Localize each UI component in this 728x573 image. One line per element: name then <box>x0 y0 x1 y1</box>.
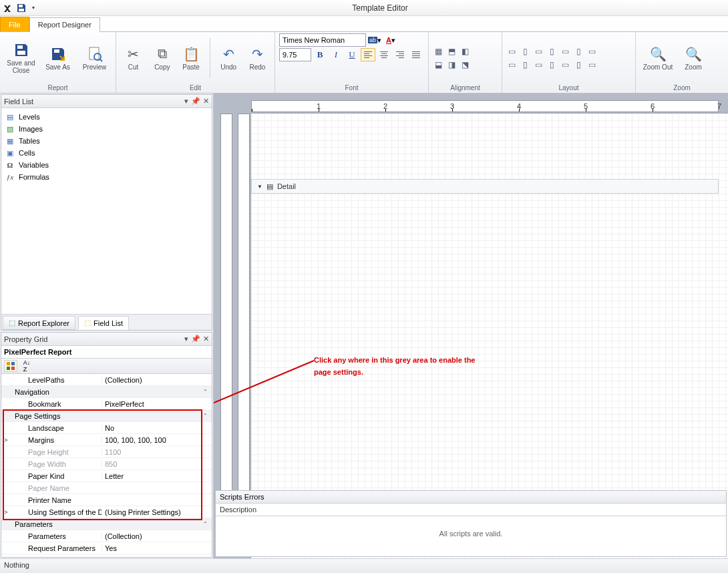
formulas-icon: ƒx <box>5 172 15 182</box>
panel-pin-icon[interactable]: 📌 <box>191 335 200 343</box>
align-grid-button[interactable]: ▦ <box>433 46 443 57</box>
svg-rect-27 <box>11 367 15 370</box>
property-row[interactable]: Page Height1100 <box>1 446 212 458</box>
copy-button[interactable]: ⧉Copy <box>149 34 175 82</box>
align-justify-button[interactable] <box>409 48 423 61</box>
status-bar: Nothing <box>0 558 728 573</box>
svg-rect-11 <box>364 57 369 58</box>
align-v-button[interactable]: ⬔ <box>460 59 470 70</box>
layout-btn-13[interactable]: ▯ <box>573 59 584 70</box>
undo-button[interactable]: ↶Undo <box>216 34 242 82</box>
field-list-item-variables[interactable]: ΩVariables <box>1 159 212 171</box>
align-right-button[interactable] <box>393 48 407 61</box>
field-list-label: Images <box>19 125 43 133</box>
app-icon <box>3 3 13 13</box>
layout-btn-9[interactable]: ▯ <box>520 59 530 70</box>
layout-btn-8[interactable]: ▭ <box>506 59 517 70</box>
save-icon[interactable] <box>16 3 27 13</box>
underline-button[interactable]: U <box>345 48 359 61</box>
field-list-item-tables[interactable]: ▦Tables <box>1 135 212 147</box>
paste-button[interactable]: 📋Paste <box>178 34 204 82</box>
svg-rect-3 <box>17 51 25 55</box>
svg-rect-9 <box>364 53 369 54</box>
panel-menu-icon[interactable]: ▾ <box>184 97 188 106</box>
layout-btn-1[interactable]: ▭ <box>506 46 517 57</box>
align-center-button[interactable] <box>377 48 391 61</box>
panel-close-icon[interactable]: ✕ <box>203 97 209 106</box>
field-list-item-formulas[interactable]: ƒxFormulas <box>1 171 212 183</box>
svg-rect-22 <box>412 55 420 56</box>
layout-btn-3[interactable]: ▭ <box>533 46 544 57</box>
svg-rect-19 <box>399 57 404 58</box>
panel-menu-icon[interactable]: ▾ <box>184 335 188 343</box>
property-row[interactable]: Page Settings⌃ <box>1 410 212 422</box>
align-left-button[interactable] <box>361 48 375 61</box>
property-row[interactable]: Parameters(Collection) <box>1 530 212 542</box>
italic-button[interactable]: I <box>329 48 343 61</box>
field-list-item-levels[interactable]: ▤Levels <box>1 111 212 123</box>
tab-file[interactable]: File <box>0 17 29 31</box>
layout-btn-14[interactable]: ▭ <box>586 59 597 70</box>
font-size-input[interactable] <box>279 48 311 61</box>
layout-btn-6[interactable]: ▯ <box>573 46 584 57</box>
group-label-edit: Edit <box>116 84 275 93</box>
group-label-alignment: Alignment <box>429 84 502 93</box>
property-row[interactable]: LandscapeNo <box>1 422 212 434</box>
property-row[interactable]: Paper Name <box>1 482 212 494</box>
alphabetical-button[interactable]: A↓Z <box>20 360 33 372</box>
layout-btn-7[interactable]: ▭ <box>586 46 597 57</box>
tab-report-explorer[interactable]: ⬚Report Explorer <box>3 316 75 330</box>
font-color-button[interactable]: A▾ <box>383 33 398 47</box>
property-row[interactable]: Parameters⌃ <box>1 518 212 530</box>
layout-btn-2[interactable]: ▯ <box>520 46 530 57</box>
field-list-item-images[interactable]: ▧Images <box>1 123 212 135</box>
layout-btn-10[interactable]: ▭ <box>533 59 544 70</box>
property-row[interactable]: >Using Settings of the D(Using Printer S… <box>1 506 212 518</box>
group-label-zoom: Zoom <box>636 84 728 93</box>
preview-button[interactable]: Preview <box>77 34 112 82</box>
svg-rect-0 <box>19 5 23 7</box>
font-name-input[interactable] <box>279 33 366 47</box>
cut-button[interactable]: ✂Cut <box>120 34 146 82</box>
property-row[interactable]: Printer Name <box>1 494 212 506</box>
property-row[interactable]: Page Width850 <box>1 458 212 470</box>
svg-rect-21 <box>412 53 420 54</box>
save-and-close-button[interactable]: Save and Close <box>4 34 38 82</box>
scripts-column-description[interactable]: Description <box>216 504 726 516</box>
layout-btn-4[interactable]: ▯ <box>546 46 557 57</box>
tab-report-designer[interactable]: Report Designer <box>29 17 100 32</box>
property-row[interactable]: Navigation⌃ <box>1 386 212 398</box>
property-row[interactable]: LevelPaths(Collection) <box>1 374 212 386</box>
band-icon: ▤ <box>266 182 273 191</box>
design-surface[interactable]: 12345678910 ▼ ▤ Detail Click any where i… <box>214 93 728 558</box>
align-bottom-button[interactable]: ⬓ <box>433 59 443 70</box>
panel-close-icon[interactable]: ✕ <box>203 335 209 343</box>
align-middle-button[interactable]: ◧ <box>460 46 470 57</box>
property-grid-body[interactable]: LevelPaths(Collection)Navigation⌃Bookmar… <box>1 374 212 557</box>
property-row[interactable]: Paper KindLetter <box>1 470 212 482</box>
layout-btn-5[interactable]: ▭ <box>560 46 570 57</box>
zoom-out-button[interactable]: 🔍Zoom Out <box>640 34 676 82</box>
property-object-name[interactable]: PixelPerfect Report <box>1 346 212 359</box>
align-top-button[interactable]: ⬒ <box>446 46 457 57</box>
detail-band-header[interactable]: ▼ ▤ Detail <box>251 179 719 194</box>
categorized-button[interactable] <box>4 360 17 372</box>
svg-rect-12 <box>380 51 388 52</box>
field-list-item-cells[interactable]: ▣Cells <box>1 147 212 159</box>
bold-button[interactable]: B <box>313 48 327 61</box>
panel-pin-icon[interactable]: 📌 <box>191 97 200 106</box>
tab-field-list[interactable]: ⬚Field List <box>78 316 129 330</box>
property-row[interactable]: Request ParametersYes <box>1 542 212 554</box>
save-as-button[interactable]: Save As <box>41 34 75 82</box>
zoom-in-button[interactable]: 🔍Zoom <box>679 34 708 82</box>
property-row[interactable]: >Margins100, 100, 100, 100 <box>1 434 212 446</box>
ribbon: Save and Close Save As Preview Report ✂C… <box>0 32 728 93</box>
collapse-icon[interactable]: ▼ <box>257 184 262 190</box>
layout-btn-12[interactable]: ▭ <box>560 59 570 70</box>
svg-rect-26 <box>7 367 10 370</box>
highlight-color-button[interactable]: ab▾ <box>367 33 382 47</box>
layout-btn-11[interactable]: ▯ <box>546 59 557 70</box>
align-h-button[interactable]: ◨ <box>446 59 457 70</box>
redo-button[interactable]: ↷Redo <box>244 34 270 82</box>
property-row[interactable]: BookmarkPixelPerfect <box>1 398 212 410</box>
